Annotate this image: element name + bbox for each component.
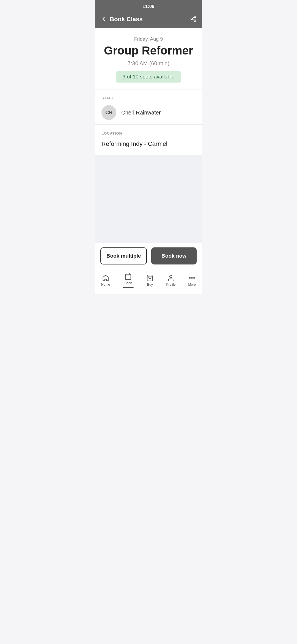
nav-label-buy: Buy (147, 283, 153, 286)
nav-label-more: More (188, 283, 196, 286)
spots-available-badge: 3 of 10 spots available (116, 71, 181, 83)
share-icon (190, 15, 197, 22)
share-button[interactable] (190, 15, 197, 23)
class-date: Friday, Aug 9 (100, 36, 197, 42)
book-buttons-container: Book multiple Book now (95, 243, 202, 269)
staff-avatar: CR (101, 105, 116, 120)
buy-bag-icon (146, 274, 153, 282)
profile-icon (167, 274, 174, 282)
status-bar: 11:09 (95, 0, 202, 12)
nav-item-more[interactable]: More (185, 273, 199, 288)
active-underline (123, 287, 134, 288)
back-icon (100, 15, 107, 22)
class-time: 7:30 AM (60 min) (100, 60, 197, 67)
staff-section-label: STAFF (101, 96, 196, 100)
svg-point-12 (192, 277, 193, 278)
class-info-section: Friday, Aug 9 Group Reformer 7:30 AM (60… (95, 28, 202, 89)
staff-row: CR Cheri Rainwater (101, 105, 196, 120)
page-header: Book Class (95, 12, 202, 28)
svg-point-11 (189, 277, 190, 278)
staff-name: Cheri Rainwater (121, 110, 161, 116)
book-now-button[interactable]: Book now (151, 247, 197, 264)
book-calendar-icon (125, 273, 132, 280)
staff-section: STAFF CR Cheri Rainwater (95, 89, 202, 125)
empty-area (95, 155, 202, 243)
svg-point-13 (194, 277, 194, 278)
nav-item-home[interactable]: Home (98, 273, 113, 288)
status-time: 11:09 (142, 4, 154, 9)
svg-line-4 (193, 17, 194, 18)
bottom-nav: Home Book Buy Profile (95, 269, 202, 294)
nav-label-home: Home (101, 283, 110, 286)
nav-item-profile[interactable]: Profile (163, 273, 179, 288)
location-section: LOCATION Reforming Indy - Carmel (95, 125, 202, 155)
svg-rect-5 (125, 274, 131, 280)
nav-item-book[interactable]: Book (119, 272, 137, 289)
nav-item-buy[interactable]: Buy (143, 273, 157, 288)
nav-label-profile: Profile (166, 283, 175, 286)
book-multiple-button[interactable]: Book multiple (100, 247, 147, 264)
home-icon (102, 274, 109, 282)
location-section-label: LOCATION (101, 131, 196, 135)
location-name: Reforming Indy - Carmel (101, 140, 196, 150)
back-button[interactable] (100, 15, 107, 23)
svg-point-10 (170, 275, 172, 278)
nav-label-book: Book (125, 281, 132, 285)
class-title: Group Reformer (100, 44, 197, 57)
more-dots-icon (188, 274, 196, 282)
page-title: Book Class (110, 16, 143, 23)
svg-line-3 (193, 19, 194, 20)
header-left: Book Class (100, 15, 143, 23)
